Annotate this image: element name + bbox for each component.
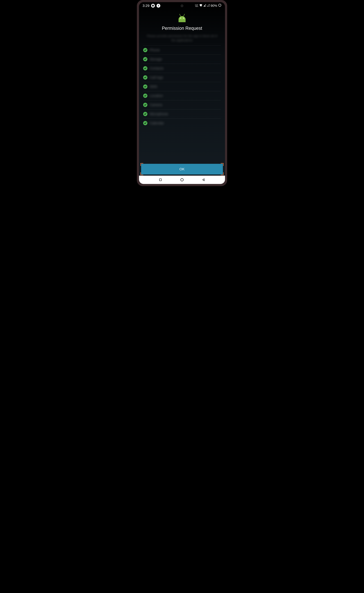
permission-label: Location — [150, 94, 163, 98]
permission-label: Storage — [150, 57, 162, 61]
navigation-bar — [139, 176, 225, 184]
check-icon — [143, 103, 147, 107]
home-button[interactable] — [180, 177, 184, 182]
check-icon — [143, 57, 147, 61]
phone-screen: 3:29 0.87 KB/S — [139, 2, 225, 184]
back-button[interactable] — [201, 177, 206, 182]
permission-item: Camera — [143, 100, 221, 109]
permission-item: Location — [143, 91, 221, 100]
check-icon — [143, 84, 147, 89]
permission-label: Microphone — [150, 112, 168, 116]
check-icon — [143, 93, 147, 98]
signal-icon-1 — [203, 4, 206, 7]
svg-point-9 — [181, 179, 183, 181]
svg-point-2 — [219, 4, 221, 7]
camera-notch — [181, 5, 183, 7]
status-left: 3:29 — [143, 4, 160, 8]
permission-label: Phone — [150, 48, 160, 52]
status-right: 0.87 KB/S 90% — [195, 4, 221, 8]
phone-frame: 3:29 0.87 KB/S — [137, 0, 227, 186]
check-icon — [143, 121, 147, 125]
permission-label: Contacts — [150, 66, 163, 70]
check-icon — [143, 75, 147, 80]
permission-item: SMS — [143, 82, 221, 91]
ok-button-container: OK — [139, 163, 225, 176]
permission-item: Calendar — [143, 119, 221, 128]
permission-label: Camera — [150, 103, 162, 107]
description-text: Please provide permission for the app to… — [143, 34, 221, 42]
svg-point-1 — [201, 6, 202, 6]
permission-item: Call logs — [143, 73, 221, 82]
permission-item: Contacts — [143, 64, 221, 73]
content-area: Permission Request Please provide permis… — [139, 9, 225, 163]
svg-line-3 — [180, 14, 181, 16]
recent-apps-button[interactable] — [158, 177, 163, 182]
wifi-icon — [199, 4, 202, 7]
check-icon — [143, 48, 147, 52]
permission-list: PhoneStorageContactsCall logsSMSLocation… — [143, 46, 221, 128]
battery-icon — [218, 4, 221, 8]
messenger-icon — [151, 4, 155, 8]
svg-point-7 — [183, 18, 184, 19]
check-icon — [143, 66, 147, 70]
svg-point-6 — [180, 18, 181, 19]
status-time: 3:29 — [143, 4, 150, 8]
ok-button[interactable]: OK — [141, 164, 223, 174]
permission-label: Calendar — [150, 121, 164, 125]
facebook-icon — [156, 4, 160, 8]
signal-icon-2 — [207, 4, 210, 7]
android-app-icon — [177, 13, 187, 23]
permission-label: SMS — [150, 85, 157, 89]
permission-item: Phone — [143, 46, 221, 54]
network-speed: 0.87 KB/S — [195, 4, 198, 7]
permission-item: Storage — [143, 54, 221, 64]
svg-line-4 — [183, 14, 185, 16]
permission-item: Microphone — [143, 109, 221, 119]
page-title: Permission Request — [143, 26, 221, 31]
svg-rect-8 — [159, 179, 161, 181]
speed-unit: KB/S — [195, 6, 198, 7]
check-icon — [143, 112, 147, 116]
permission-label: Call logs — [150, 75, 163, 80]
battery-percent: 90% — [211, 4, 217, 8]
